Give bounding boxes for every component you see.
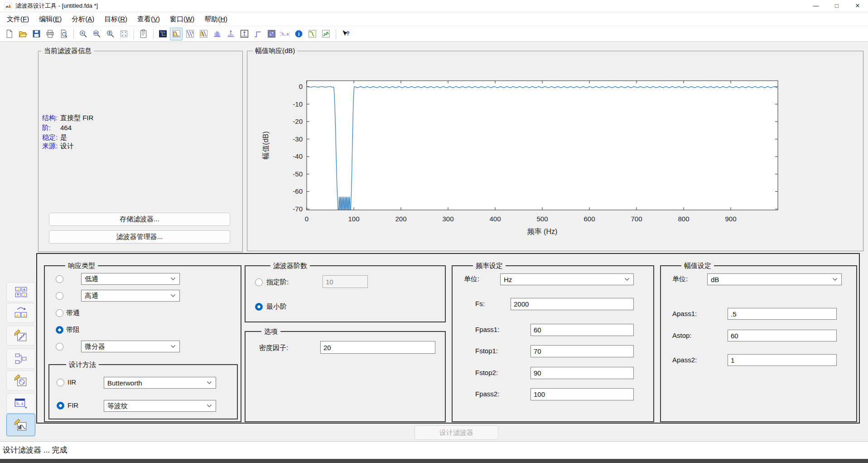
- specify-order-label: 指定阶:: [266, 278, 289, 287]
- density-factor-label: 密度因子:: [259, 344, 288, 352]
- multirate-filter-icon: [13, 285, 29, 299]
- fpass1-input[interactable]: [530, 324, 634, 336]
- current-filter-info-panel: 当前滤波器信息 结构:直接型 FIR阶:464稳定:是来源:设计 存储滤波器..…: [38, 51, 243, 252]
- menu-view[interactable]: 查看(V): [132, 12, 165, 26]
- minimize-button[interactable]: —: [805, 0, 826, 12]
- filter-coefficients-icon[interactable]: [b,a]: [279, 28, 291, 40]
- svg-text:-50: -50: [293, 170, 303, 178]
- info-row-label: 阶:: [42, 124, 51, 132]
- specify-order-input[interactable]: [323, 275, 368, 288]
- round-off-noise-spectrum-icon[interactable]: [319, 28, 332, 40]
- window-title: 滤波器设计工具 - [untitled.fda *]: [15, 0, 98, 12]
- apass2-input[interactable]: [728, 354, 837, 366]
- close-button[interactable]: ✕: [847, 0, 868, 12]
- chevron-down-icon: [832, 278, 838, 281]
- fpass2-input[interactable]: [530, 388, 634, 400]
- svg-text:频率 (Hz): 频率 (Hz): [527, 228, 558, 235]
- import-filter-button[interactable]: [b,a]: [6, 393, 35, 413]
- chevron-down-icon: [624, 278, 630, 281]
- design-panel: 响应类型 低通 高通 带通 带阻 微分器 设计方法: [36, 253, 860, 424]
- quantization-button[interactable]: [6, 326, 35, 346]
- density-factor-input[interactable]: [320, 341, 435, 354]
- bandstop-radio[interactable]: [56, 326, 63, 334]
- context-help-icon[interactable]: ?: [339, 28, 352, 40]
- menu-file[interactable]: 文件(F): [2, 12, 34, 26]
- zoom-in-icon[interactable]: [77, 28, 89, 40]
- menu-analysis[interactable]: 分析(A): [67, 12, 99, 26]
- full-view-icon[interactable]: [117, 28, 130, 40]
- menu-targets[interactable]: 目标(R): [99, 12, 132, 26]
- pole-zero-plot-icon[interactable]: [265, 28, 278, 40]
- iir-method-select[interactable]: Butterworth: [104, 377, 216, 389]
- bandpass-label: 带通: [66, 309, 80, 317]
- matlab-app-icon: [5, 2, 12, 10]
- chevron-down-icon: [207, 404, 212, 408]
- fir-radio[interactable]: [57, 402, 64, 409]
- differentiator-radio[interactable]: [56, 343, 63, 351]
- specify-order-radio[interactable]: [255, 278, 263, 286]
- zoom-x-icon[interactable]: [90, 28, 103, 40]
- frequency-unit-select[interactable]: Hz: [500, 273, 634, 285]
- info-row-value: 464: [60, 124, 72, 132]
- pole-zero-editor-button[interactable]: [6, 370, 35, 390]
- magnitude-unit-label: 单位:: [672, 275, 688, 283]
- print-icon[interactable]: [43, 28, 56, 40]
- realize-model-button[interactable]: [6, 349, 35, 369]
- magnitude-response-estimate-icon[interactable]: [306, 28, 318, 40]
- filter-information-icon[interactable]: i: [292, 28, 305, 40]
- design-filter-icon: [13, 418, 29, 432]
- transform-filter-button[interactable]: [6, 303, 35, 323]
- step-response-icon[interactable]: [251, 28, 264, 40]
- impulse-response-icon[interactable]: [238, 28, 251, 40]
- bandpass-radio[interactable]: [56, 309, 63, 317]
- svg-text:-70: -70: [293, 205, 303, 213]
- filter-manager-button[interactable]: 滤波器管理器...: [49, 230, 230, 244]
- svg-text:-20: -20: [293, 117, 303, 125]
- fstop2-input[interactable]: [530, 367, 634, 379]
- magnitude-response-icon[interactable]: [170, 28, 183, 40]
- magnitude-phase-response-icon[interactable]: [197, 28, 210, 40]
- menu-window[interactable]: 窗口(W): [165, 12, 199, 26]
- print-to-figure-icon[interactable]: [137, 28, 149, 40]
- fir-label: FIR: [68, 401, 78, 409]
- phase-response-icon[interactable]: [183, 28, 196, 40]
- highpass-radio[interactable]: [56, 292, 63, 300]
- maximize-button[interactable]: □: [826, 0, 847, 12]
- multirate-filter-button[interactable]: [6, 282, 35, 302]
- lowpass-radio[interactable]: [56, 275, 63, 283]
- fs-input[interactable]: [511, 298, 634, 310]
- minimum-order-radio[interactable]: [255, 303, 263, 311]
- lowpass-select[interactable]: 低通: [81, 273, 180, 285]
- minimum-order-label: 最小阶: [266, 302, 287, 311]
- magnitude-unit-select[interactable]: dB: [707, 273, 842, 285]
- design-filter-button[interactable]: 设计滤波器: [415, 425, 498, 440]
- menu-help[interactable]: 帮助(H): [199, 12, 232, 26]
- fstop1-input[interactable]: [530, 345, 634, 357]
- group-delay-icon[interactable]: [211, 28, 223, 40]
- store-filter-button[interactable]: 存储滤波器...: [49, 213, 230, 226]
- apass1-input[interactable]: [728, 308, 837, 320]
- phase-delay-icon[interactable]: [224, 28, 237, 40]
- new-document-icon[interactable]: [3, 28, 15, 40]
- design-filter-button[interactable]: [6, 414, 35, 436]
- print-preview-icon[interactable]: [57, 28, 70, 40]
- toolbar: [b,a]i?: [0, 26, 868, 42]
- svg-text:-30: -30: [293, 135, 303, 143]
- menu-edit[interactable]: 编辑(E): [34, 12, 67, 26]
- options-group: 选项 密度因子:: [245, 331, 446, 422]
- fir-method-select[interactable]: 等波纹: [104, 400, 216, 412]
- svg-text:900: 900: [725, 215, 736, 223]
- filter-specifications-icon[interactable]: [156, 28, 169, 40]
- svg-text:400: 400: [489, 215, 501, 223]
- differentiator-select[interactable]: 微分器: [81, 341, 180, 352]
- highpass-select[interactable]: 高通: [81, 290, 180, 302]
- toolbar-separator: [153, 29, 154, 39]
- open-file-icon[interactable]: [16, 28, 29, 40]
- save-icon[interactable]: [30, 28, 43, 40]
- svg-text:200: 200: [395, 215, 406, 223]
- import-filter-icon: [b,a]: [13, 396, 29, 410]
- zoom-y-icon[interactable]: [104, 28, 116, 40]
- svg-text:[b,a]: [b,a]: [14, 402, 26, 406]
- astop-input[interactable]: [728, 330, 837, 341]
- iir-radio[interactable]: [57, 379, 64, 386]
